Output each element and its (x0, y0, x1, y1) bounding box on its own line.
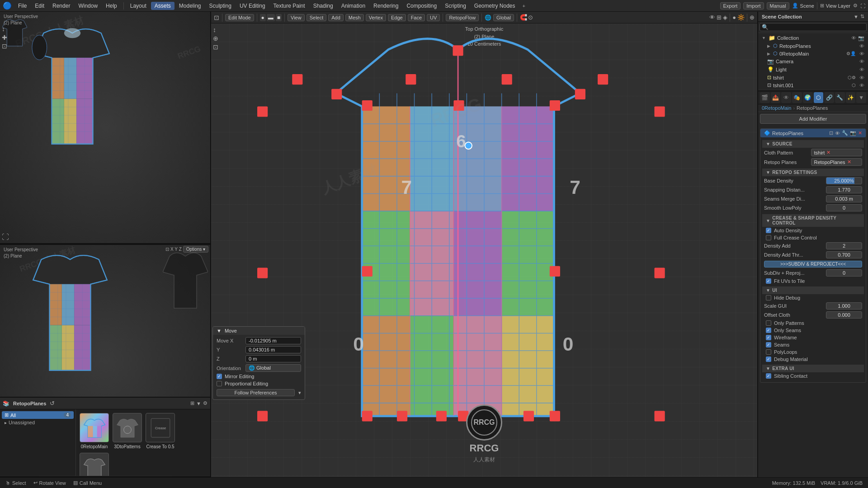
status-call-menu[interactable]: ▤ Call Menu (73, 480, 102, 486)
tree-item-tshirt-001[interactable]: ⊡ tshirt.001 ⬡ 👁 (758, 81, 868, 89)
tree-item-retopoplanes[interactable]: ▶ ⬡ RetopoPIanes 👁 (758, 42, 868, 50)
orientation-select[interactable]: 🌐 Global (245, 364, 301, 372)
wireframe-cb[interactable]: ✓ (766, 335, 771, 340)
base-density-value[interactable]: 25.000% (826, 177, 862, 184)
prop-tab-modifier[interactable]: 🔧 (835, 92, 845, 103)
polyloops-cb[interactable] (766, 349, 771, 355)
modifier-icon-1[interactable]: ⊡ (829, 130, 833, 136)
tree-item-light[interactable]: 💡 Light 👁 (758, 66, 868, 74)
modifier-icon-4[interactable]: 📷 (850, 130, 856, 136)
outliner-sort-icon[interactable]: ⇅ (860, 14, 864, 19)
prop-tab-particles[interactable]: ✨ (846, 92, 856, 103)
outliner-search[interactable]: 🔍 (760, 23, 867, 31)
face-select-icon[interactable]: ■ (276, 14, 282, 21)
follow-preferences-btn[interactable]: Follow Preferences (217, 389, 295, 396)
settings-icon[interactable]: ⚙ (853, 3, 858, 9)
gizmo-icon[interactable]: ⊕ (750, 14, 755, 21)
source-title[interactable]: ▼ SOURCE (762, 140, 864, 148)
menu-file[interactable]: File (14, 2, 30, 10)
retopomain-eye[interactable]: 👁 (859, 51, 864, 56)
fullscreen-icon[interactable]: ⛶ (860, 3, 865, 9)
prop-tab-constraint[interactable]: 🔗 (824, 92, 834, 103)
import-button[interactable]: Import (743, 2, 764, 9)
tool-1[interactable]: ↕ (213, 26, 218, 33)
snapping-value[interactable]: 1.770 (826, 186, 862, 193)
cloth-pattern-field[interactable]: tshirt ✕ (811, 149, 863, 156)
auto-density-cb[interactable]: ✓ (766, 228, 771, 233)
filter-all[interactable]: ⊞ All 4 (2, 411, 74, 419)
menu-help[interactable]: Help (102, 2, 121, 10)
upper-left-corner-icon[interactable]: ⛶ (2, 233, 9, 241)
retopo-planes-clear[interactable]: ✕ (847, 159, 851, 165)
status-rotate[interactable]: ↩ Rotate View (33, 480, 66, 486)
edge-menu[interactable]: Edge (388, 14, 406, 21)
retopoplanes-eye[interactable]: 👁 (859, 43, 864, 49)
options-btn-lower[interactable]: Options ▾ (183, 246, 208, 253)
asset-demoshirt[interactable]: DemoShirt (80, 453, 109, 476)
face-menu[interactable]: Face (408, 14, 425, 21)
edge-select-icon[interactable]: ▬ (267, 14, 275, 21)
mesh-menu[interactable]: Mesh (345, 14, 364, 21)
light-eye[interactable]: 👁 (859, 67, 864, 72)
asset-grid-icon[interactable]: ⊞ (190, 400, 194, 406)
workspace-sculpting[interactable]: Sculpting (206, 2, 235, 10)
modifier-icon-3[interactable]: 🔧 (842, 130, 848, 136)
move-popup-header[interactable]: ▼ Move (213, 327, 305, 335)
camera-eye[interactable]: 👁 (859, 59, 864, 64)
tree-item-0retopomain[interactable]: ▶ ⬡ 0RetopoMain ⚙👤 👁 (758, 50, 868, 57)
asset-3dtopatterns[interactable]: 3DtoPatterns (113, 413, 142, 449)
edit-mode-dropdown[interactable]: Edit Mode (225, 14, 254, 21)
workspace-compositing[interactable]: Compositing (403, 2, 440, 10)
asset-refresh-icon[interactable]: ↺ (50, 400, 55, 407)
center-viewport[interactable]: ⊡ Edit Mode ● ▬ ■ View Select Add Mesh V… (211, 12, 757, 477)
asset-0retopomain[interactable]: 0RetopoMain (80, 413, 109, 449)
fit-uvs-cb[interactable]: ✓ (766, 278, 771, 284)
snap-magnet-icon[interactable]: 🧲 (520, 14, 527, 21)
workspace-uv-editing[interactable]: UV Editing (236, 2, 269, 10)
add-workspace-icon[interactable]: + (520, 2, 528, 9)
tool-2[interactable]: ⊕ (213, 35, 218, 42)
offset-cloth-value[interactable]: 0.000 (826, 311, 862, 319)
uv-menu[interactable]: UV (427, 14, 440, 21)
outliner-search-input[interactable] (770, 24, 864, 30)
orientation-dropdown[interactable]: Global (493, 14, 514, 21)
tshirt-eye[interactable]: 👁 (859, 75, 864, 80)
menu-window[interactable]: Window (75, 2, 101, 10)
move-x-value[interactable]: -0.012905 m (245, 337, 301, 344)
manual-button[interactable]: Manual (767, 2, 789, 9)
filter-unassigned[interactable]: ▸ Unassigned (2, 419, 74, 426)
tree-item-tshirt[interactable]: ⊡ tshirt ⬡⚙ 👁 (758, 74, 868, 81)
only-patterns-cb[interactable] (766, 320, 771, 326)
collection-eye[interactable]: 👁 (851, 35, 856, 41)
menu-edit[interactable]: Edit (31, 2, 48, 10)
density-add-thr-value[interactable]: 0.700 (826, 251, 862, 258)
crease-title[interactable]: ▼ CREASE & SHARP DENSITY CONTROL (762, 214, 864, 227)
smooth-lowpoly-value[interactable]: 0 (826, 204, 862, 211)
retopoflow-btn[interactable]: RetopoFlow (446, 14, 479, 21)
select-menu[interactable]: Select (307, 14, 327, 21)
workspace-geometry-nodes[interactable]: Geometry Nodes (471, 2, 519, 10)
vert-select-icon[interactable]: ● (260, 14, 266, 21)
status-select[interactable]: 🖱 Select (5, 480, 26, 486)
tree-item-collection[interactable]: ▼ 📁 Collection 👁 📷 (758, 34, 868, 42)
only-seams-cb[interactable]: ✓ (766, 328, 771, 333)
seams-merge-value[interactable]: 0.003 m (826, 195, 862, 202)
workspace-animation[interactable]: Animation (338, 2, 369, 10)
asset-crease[interactable]: Crease Crease To 0.5 (146, 413, 175, 449)
modifier-icon-2[interactable]: 👁 (835, 131, 840, 136)
tshirt001-eye[interactable]: 👁 (859, 83, 864, 88)
subdiv-value[interactable]: 0 (826, 269, 862, 277)
add-modifier-button[interactable]: Add Modifier (760, 114, 866, 124)
ui-section-title[interactable]: ▼ UI (762, 286, 864, 294)
view-menu[interactable]: View (288, 14, 305, 21)
upper-left-viewport[interactable]: RRCG 人人素材 RRCG User Perspective (2) Plan… (0, 12, 210, 244)
density-add-value[interactable]: 2 (826, 242, 862, 249)
modifier-close-icon[interactable]: ✕ (858, 130, 862, 136)
hide-debug-cb[interactable] (766, 295, 771, 300)
rendered-icon[interactable]: 🔆 (737, 14, 745, 21)
move-y-value[interactable]: 0.043016 m (245, 346, 301, 353)
workspace-shading[interactable]: Shading (310, 2, 337, 10)
prop-tab-render[interactable]: 🎬 (760, 92, 770, 103)
menu-render[interactable]: Render (49, 2, 74, 10)
sibling-contact-cb[interactable]: ✓ (766, 373, 771, 379)
